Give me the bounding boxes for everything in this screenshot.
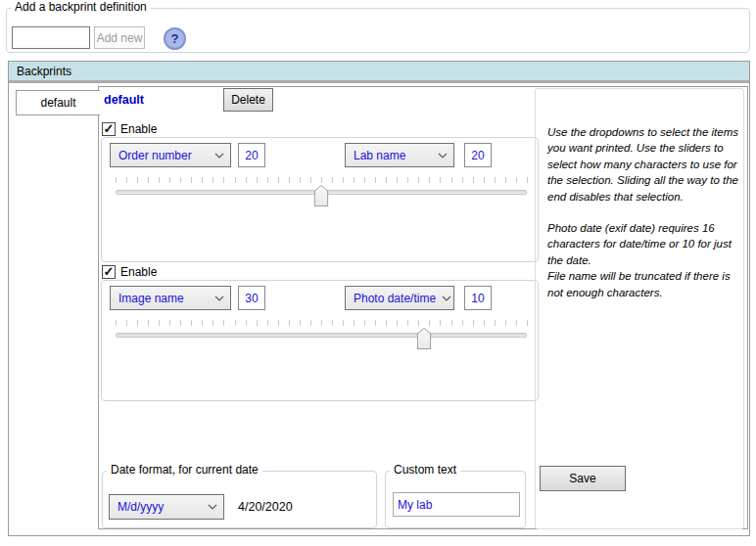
dropdown-value: Photo date/time (354, 292, 436, 305)
add-new-button[interactable]: Add new (94, 26, 145, 49)
add-definition-group-title: Add a backprint definition (11, 0, 151, 15)
add-definition-groupbox: Add a backprint definition Add new ? (6, 8, 750, 53)
section-1-left-chars-input[interactable] (238, 143, 265, 167)
custom-text-group-title: Custom text (390, 463, 460, 478)
date-format-dropdown[interactable]: M/d/yyyy (109, 494, 224, 520)
section-2-left-item-dropdown[interactable]: Image name (110, 286, 231, 310)
help-paragraph-2: Photo date (exif date) requires 16 chara… (547, 220, 739, 268)
backprints-panel: Backprints default default Delete ✓ Enab… (8, 61, 750, 536)
chevron-down-icon (438, 153, 448, 159)
check-icon: ✓ (104, 264, 115, 279)
dropdown-value: M/d/yyyy (118, 500, 164, 514)
question-mark-icon: ? (171, 31, 179, 46)
section-1-right-item-dropdown[interactable]: Lab name (345, 143, 454, 167)
section-1-right-chars-input[interactable] (464, 143, 492, 167)
enable-checkbox-2[interactable]: ✓ (102, 265, 116, 279)
section-2-right-chars-input[interactable] (464, 286, 492, 310)
slider-tick-marks (116, 320, 528, 326)
slider-track[interactable] (116, 333, 527, 338)
chevron-down-icon (214, 153, 224, 159)
enable-label-1: Enable (120, 122, 157, 137)
dropdown-value: Image name (118, 292, 184, 305)
save-button[interactable]: Save (540, 466, 626, 491)
chevron-down-icon (208, 504, 217, 510)
backprints-header-title: Backprints (17, 65, 71, 78)
help-paragraph-3: File name will be truncated if there is … (547, 268, 739, 300)
help-button[interactable]: ? (164, 27, 186, 50)
section-2-split-slider[interactable] (116, 320, 527, 351)
tab-default[interactable]: default (16, 90, 100, 115)
slider-tick-marks (116, 177, 528, 183)
custom-text-groupbox: Custom text (385, 471, 526, 528)
enable-checkbox-1[interactable]: ✓ (102, 122, 116, 136)
custom-text-input[interactable] (393, 492, 520, 517)
backprints-settings-page: Add a backprint definition Add new ? Bac… (0, 0, 756, 546)
section-2-groupbox: Image name Photo date/time (101, 280, 539, 401)
date-format-group-title: Date format, for current date (107, 463, 262, 478)
section-2-left-chars-input[interactable] (238, 286, 265, 310)
backprint-detail-panel: default Delete ✓ Enable Order number Lab… (98, 86, 748, 529)
dropdown-value: Order number (118, 149, 192, 162)
enable-label-2: Enable (120, 265, 157, 280)
delete-button[interactable]: Delete (223, 88, 273, 112)
new-backprint-name-input[interactable] (12, 26, 90, 49)
backprint-title: default (104, 93, 144, 107)
help-text-panel: Use the dropdowns to select the items yo… (535, 88, 744, 529)
tab-default-label: default (40, 96, 75, 110)
check-icon: ✓ (104, 121, 115, 136)
chevron-down-icon (442, 296, 451, 301)
chevron-down-icon (214, 296, 224, 301)
dropdown-value: Lab name (354, 149, 405, 162)
slider-thumb[interactable] (417, 328, 432, 349)
section-1-groupbox: Order number Lab name (101, 137, 539, 262)
date-format-groupbox: Date format, for current date M/d/yyyy 4… (102, 471, 377, 528)
backprints-header-bar: Backprints (9, 62, 749, 83)
section-1-left-item-dropdown[interactable]: Order number (110, 143, 231, 167)
slider-thumb[interactable] (314, 185, 329, 206)
section-2-right-item-dropdown[interactable]: Photo date/time (345, 286, 454, 310)
help-paragraph-1: Use the dropdowns to select the items yo… (547, 124, 739, 205)
current-date-preview: 4/20/2020 (238, 500, 293, 514)
section-1-split-slider[interactable] (116, 177, 527, 208)
